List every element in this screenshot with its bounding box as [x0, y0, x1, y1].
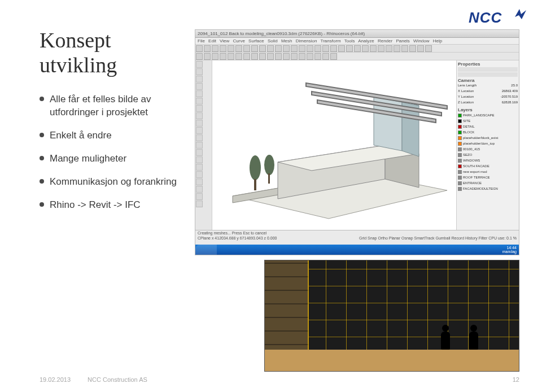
svg-point-11 — [250, 155, 261, 180]
toolbar-row — [195, 45, 519, 53]
layer-row: ROOF TERRACE — [458, 175, 518, 180]
layers-header: Layers — [458, 107, 518, 113]
logo-star-icon — [514, 7, 527, 20]
logo-text: NCC — [469, 9, 502, 26]
facade-render — [264, 260, 519, 372]
svg-rect-12 — [254, 179, 256, 190]
rhino-screenshot: 2094_101_012 Back to modeling_clean0910.… — [195, 29, 519, 255]
menu-bar: File Edit View Curve Surface Solid Mesh … — [195, 38, 519, 45]
bullet-list: Alle får et felles bilde av utfordringer… — [40, 93, 192, 212]
silhouette-icon — [468, 325, 479, 350]
left-toolbox — [195, 60, 212, 230]
ncc-logo: NCC — [469, 10, 519, 29]
layer-row: ENTRANCE — [458, 181, 518, 186]
footer-org: NCC Construction AS — [88, 376, 147, 383]
bullet-item: Mange muligheter — [40, 153, 192, 165]
status-cplane: CPlane x 412034.688 y 6714893.043 z 0.00… — [198, 236, 277, 240]
properties-header: Properties — [458, 62, 518, 67]
title-line1: Konsept — [40, 28, 111, 52]
silhouette-icon — [440, 325, 451, 350]
layer-row: SITE — [458, 119, 518, 124]
taskbar-clock: 14:44 mandag 17-09-2012 — [496, 246, 517, 255]
status-command: Creating meshes... Press Esc to cancel — [195, 230, 519, 236]
layer-row: DETAIL — [458, 124, 518, 129]
windows-taskbar: 14:44 mandag 17-09-2012 — [195, 245, 519, 255]
status-bar: Creating meshes... Press Esc to cancel C… — [195, 230, 519, 255]
bullet-item: Kommunikasjon og forankring — [40, 176, 192, 189]
window-titlebar: 2094_101_012 Back to modeling_clean0910.… — [195, 30, 519, 38]
camera-header: Camera — [458, 78, 518, 84]
layer-row: FACADEMODULTEGN — [458, 186, 518, 191]
start-button-icon — [195, 245, 217, 255]
footer-page: 12 — [513, 376, 519, 383]
title-line2: utvikling — [40, 53, 117, 77]
bullet-item: Rhino -> Revit -> IFC — [40, 199, 192, 212]
layer-row: SOUTH FACADE — [458, 164, 518, 169]
status-right: Grid Snap Ortho Planar Osnap SmartTrack … — [359, 236, 517, 240]
layer-row: BLOCK — [458, 130, 518, 135]
toolbar-row — [195, 53, 519, 60]
layer-row: PARK_LANDSCAPE — [458, 113, 518, 118]
slide-footer: 19.02.2013 NCC Construction AS — [40, 376, 519, 383]
layer-row: WINDOWS — [458, 158, 518, 163]
svg-point-13 — [264, 155, 274, 175]
perspective-viewport — [212, 60, 457, 230]
layer-row: 00100_415 — [458, 147, 518, 152]
layer-row: new export mod — [458, 169, 518, 175]
svg-rect-14 — [268, 173, 270, 184]
bullet-item: Enkelt å endre — [40, 129, 192, 142]
layer-row: placeholder/dom_top — [458, 141, 518, 146]
properties-layers-panel: Properties Camera Lens Length 25.0 X Loc… — [457, 60, 519, 230]
bullet-item: Alle får et felles bilde av utfordringer… — [40, 93, 192, 119]
footer-date: 19.02.2013 — [40, 376, 71, 383]
layer-row: placeholder/block_exist — [458, 136, 518, 141]
layer-row: SEZO — [458, 153, 518, 158]
